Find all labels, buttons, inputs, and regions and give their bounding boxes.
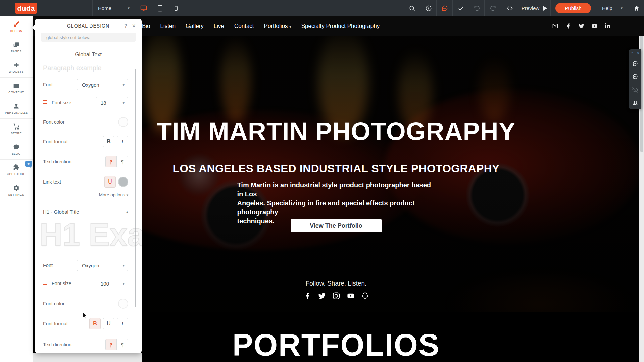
- nav-social-icons: [552, 23, 610, 29]
- divider: [41, 203, 136, 203]
- page-selector[interactable]: Home ▾: [92, 0, 135, 16]
- link-underline-button[interactable]: U: [104, 176, 116, 188]
- search-icon: [409, 5, 415, 12]
- direction-rtl-button[interactable]: ¶: [117, 156, 128, 167]
- view-portfolio-button[interactable]: View The Portfolio: [291, 219, 382, 232]
- chevron-down-icon: ▾: [122, 281, 125, 286]
- undo-button[interactable]: [469, 0, 484, 16]
- h1-font-select[interactable]: Oxygen ▾: [77, 260, 128, 271]
- sidebar-item-app-store[interactable]: APP STORE ★: [0, 160, 33, 180]
- nav-link-listen[interactable]: Listen: [160, 23, 176, 30]
- link-text-row: Link text U: [35, 176, 142, 188]
- sidebar-item-label: STORE: [11, 132, 22, 135]
- chat-bubble-icon: [441, 5, 448, 12]
- nav-link-live[interactable]: Live: [214, 23, 224, 30]
- check-icon: [457, 5, 464, 12]
- chevron-down-icon: ▾: [126, 193, 128, 197]
- twitter-icon[interactable]: [579, 23, 584, 29]
- device-desktop-button[interactable]: [135, 0, 152, 16]
- panel-scrollbar[interactable]: [135, 69, 136, 307]
- font-color-swatch[interactable]: [118, 117, 128, 127]
- snapchat-icon[interactable]: [361, 292, 369, 300]
- collaborators-button[interactable]: [629, 96, 641, 109]
- instagram-icon[interactable]: [332, 292, 340, 300]
- plus-icon: [13, 62, 20, 68]
- h1-underline-button[interactable]: U: [103, 318, 114, 329]
- responsive-devices-icon: [43, 100, 49, 105]
- twitter-icon[interactable]: [318, 292, 326, 300]
- italic-button[interactable]: I: [117, 136, 128, 147]
- device-tablet-button[interactable]: [152, 0, 168, 16]
- editor-sidebar: DESIGN PAGES WIDGETS CONTENT PERSONALIZE…: [0, 16, 33, 362]
- font-select[interactable]: Oxygen ▾: [77, 79, 128, 90]
- h1-text-direction-row: Text direction ¶ ¶: [35, 339, 142, 350]
- h1-font-color-swatch[interactable]: [118, 299, 128, 309]
- linkedin-icon[interactable]: [605, 23, 610, 29]
- feedback-button[interactable]: [436, 0, 452, 16]
- cart-icon: [13, 123, 20, 130]
- help-menu[interactable]: Help ▾: [596, 0, 629, 16]
- more-options-link[interactable]: More options ▾: [35, 192, 142, 197]
- nav-link-bio[interactable]: Bio: [142, 23, 150, 30]
- facebook-icon[interactable]: [303, 292, 311, 300]
- sidebar-item-pages[interactable]: PAGES: [0, 37, 33, 57]
- facebook-icon[interactable]: [565, 23, 571, 29]
- link-color-swatch[interactable]: [118, 177, 128, 187]
- h1-direction-rtl-button[interactable]: ¶: [117, 339, 128, 350]
- comment-plus-icon: [632, 61, 638, 66]
- nav-link-gallery[interactable]: Gallery: [186, 23, 204, 30]
- font-format-label: Font format: [43, 139, 68, 144]
- chevron-up-icon[interactable]: ▴: [126, 209, 128, 214]
- floating-feedback-toolbar: ? ×: [629, 49, 641, 109]
- redo-button[interactable]: [484, 0, 501, 16]
- sidebar-item-widgets[interactable]: WIDGETS: [0, 57, 33, 78]
- email-icon[interactable]: [552, 23, 558, 29]
- hide-comments-button[interactable]: [629, 83, 641, 96]
- text-direction-label: Text direction: [43, 159, 71, 164]
- h1-font-format-row: Font format B U I: [35, 318, 142, 329]
- sidebar-item-label: DESIGN: [10, 29, 22, 33]
- dev-mode-button[interactable]: [501, 0, 518, 16]
- add-comment-button[interactable]: [629, 57, 641, 70]
- h1-section-header[interactable]: H1 - Global Title ▴: [35, 209, 142, 215]
- h1-section-heading: H1 - Global Title: [43, 209, 79, 215]
- font-size-select[interactable]: 18 ▾: [96, 97, 128, 108]
- toolbar-help-icon[interactable]: ?: [631, 51, 633, 55]
- youtube-icon[interactable]: [592, 23, 597, 29]
- panel-help-icon[interactable]: ?: [124, 23, 127, 29]
- sidebar-item-label: CONTENT: [8, 91, 24, 94]
- comments-list-button[interactable]: [629, 70, 641, 83]
- direction-ltr-button[interactable]: ¶: [105, 156, 117, 167]
- sidebar-item-personalize[interactable]: PERSONALIZE: [0, 98, 33, 119]
- dashboard-home-button[interactable]: [629, 0, 644, 16]
- nav-link-specialty[interactable]: Specialty Product Photography: [301, 23, 380, 30]
- panel-close-icon[interactable]: ×: [132, 22, 136, 30]
- publish-button[interactable]: Publish: [555, 3, 591, 13]
- nav-link-contact[interactable]: Contact: [234, 23, 254, 30]
- speech-bubble-icon: [13, 144, 20, 150]
- h1-direction-ltr-button[interactable]: ¶: [105, 339, 117, 350]
- sidebar-item-design[interactable]: DESIGN: [0, 16, 33, 37]
- sidebar-item-content[interactable]: CONTENT: [0, 78, 33, 98]
- nav-link-portfolios[interactable]: Portfolios ▾: [264, 23, 291, 30]
- preview-button[interactable]: Preview: [518, 0, 550, 16]
- sidebar-item-blog[interactable]: BLOG: [0, 139, 33, 160]
- h1-font-size-select[interactable]: 100 ▾: [96, 278, 128, 289]
- help-label: Help: [602, 5, 612, 11]
- comment-dots-icon: [632, 74, 638, 80]
- info-button[interactable]: [420, 0, 436, 16]
- sidebar-item-settings[interactable]: SETTINGS: [0, 180, 33, 201]
- youtube-icon[interactable]: [347, 292, 354, 300]
- font-label: Font: [43, 82, 53, 87]
- device-mobile-button[interactable]: [168, 0, 184, 16]
- redo-icon: [490, 5, 496, 12]
- duda-logo[interactable]: duda: [15, 3, 37, 14]
- search-button[interactable]: [404, 0, 420, 16]
- sidebar-item-store[interactable]: STORE: [0, 119, 33, 139]
- h1-italic-button[interactable]: I: [117, 318, 128, 329]
- h1-bold-button[interactable]: B: [89, 318, 101, 329]
- save-check-button[interactable]: [452, 0, 469, 16]
- toolbar-close-icon[interactable]: ×: [637, 51, 639, 55]
- bold-button[interactable]: B: [103, 136, 114, 147]
- mobile-icon: [174, 5, 179, 12]
